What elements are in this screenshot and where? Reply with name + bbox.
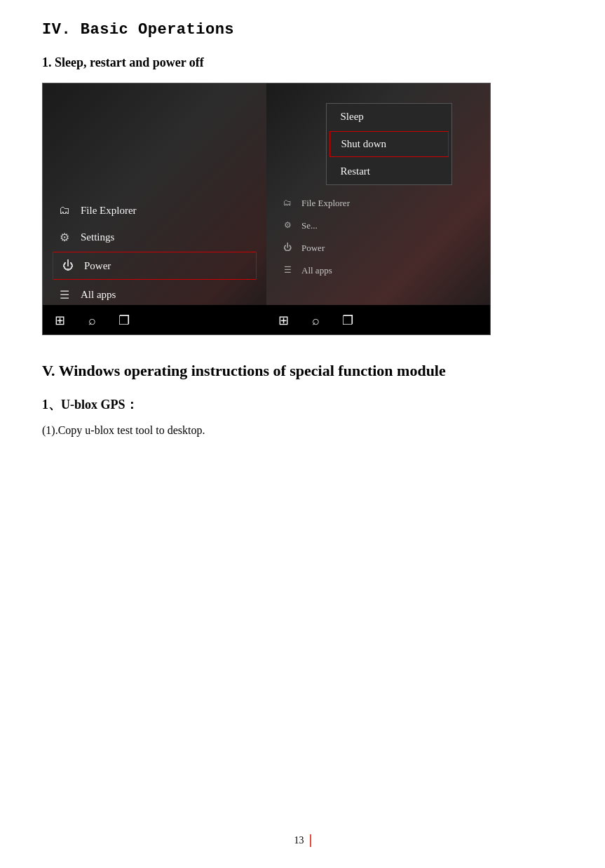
right-screenshot: Sleep Shut down Restart 🗂 File Explorer … [266,83,490,335]
right-settings-icon: ⚙ [280,219,294,233]
context-menu-item-sleep: Sleep [327,104,451,130]
power-icon: ⏻ [60,258,76,273]
page-number: 13 [294,835,304,846]
left-menu-item-file-explorer: 🗂 File Explorer [43,197,266,224]
windows-icon: ⊞ [50,311,69,330]
context-menu: Sleep Shut down Restart [326,103,452,185]
section-iv-title: IV. Basic Operations [42,21,563,39]
right-menu-power: ⏻ Power [266,237,490,259]
left-menu-item-allapps: ☰ All apps [43,281,266,308]
screenshot-images: 🗂 File Explorer ⚙ Settings ⏻ Power ☰ All… [42,83,491,335]
section-v-body1: (1).Copy u-blox test tool to desktop. [42,421,563,440]
context-menu-item-restart: Restart [327,158,451,184]
right-search-icon: ⌕ [306,311,325,330]
left-screenshot: 🗂 File Explorer ⚙ Settings ⏻ Power ☰ All… [43,83,266,335]
right-menu-settings: ⚙ Se... [266,215,490,237]
right-taskview-icon: ❐ [338,311,358,330]
left-menu-item-settings: ⚙ Settings [43,224,266,250]
page-footer: 13 [0,834,605,847]
context-menu-item-shutdown: Shut down [329,131,449,157]
right-menu-file-explorer: 🗂 File Explorer [266,192,490,215]
right-windows-icon: ⊞ [273,311,293,330]
section-v-title: V. Windows operating instructions of spe… [42,360,563,382]
right-allapps-icon: ☰ [280,264,294,278]
taskbar-left: ⊞ ⌕ ❐ [43,305,266,335]
right-menu-allapps: ☰ All apps [266,259,490,282]
search-icon: ⌕ [82,311,102,330]
right-file-explorer-icon: 🗂 [280,196,294,210]
file-explorer-icon: 🗂 [57,203,72,218]
right-power-icon: ⏻ [280,241,294,255]
taskview-icon: ❐ [114,311,134,330]
taskbar-right: ⊞ ⌕ ❐ [266,305,490,335]
section-v-sub1: 1、U-blox GPS： [42,396,563,413]
footer-line-divider [310,834,311,847]
right-lower-menu: 🗂 File Explorer ⚙ Se... ⏻ Power ☰ All ap… [266,185,490,289]
settings-icon: ⚙ [57,229,72,245]
left-menu-item-power: ⏻ Power [53,252,257,280]
subsection-1-title: 1. Sleep, restart and power off [42,55,563,70]
allapps-icon: ☰ [57,287,72,302]
